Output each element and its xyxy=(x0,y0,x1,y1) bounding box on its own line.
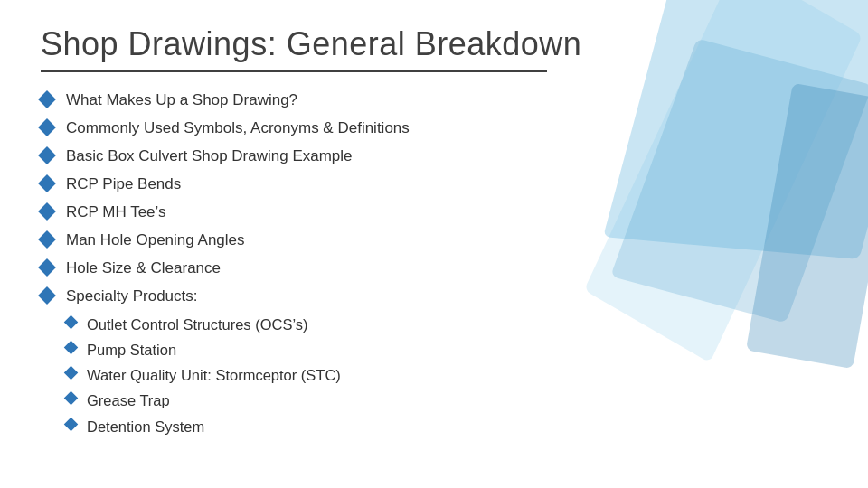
sub-list-item: Grease Trap xyxy=(66,390,669,410)
list-item: Commonly Used Symbols, Acronyms & Defini… xyxy=(41,118,669,139)
sub-bullet-text: Outlet Control Structures (OCS’s) xyxy=(87,314,669,334)
list-item: Basic Box Culvert Shop Drawing Example xyxy=(41,146,669,167)
sub-list-item: Outlet Control Structures (OCS’s) xyxy=(66,314,669,334)
bullet-diamond-icon xyxy=(38,286,56,305)
bullet-diamond-icon xyxy=(38,118,56,136)
bullet-text: Commonly Used Symbols, Acronyms & Defini… xyxy=(66,118,669,139)
sub-bullet-text: Water Quality Unit: Stormceptor (STC) xyxy=(87,365,669,385)
list-item: Hole Size & Clearance xyxy=(41,258,669,279)
list-item: Specialty Products: xyxy=(41,286,669,307)
bullet-diamond-icon xyxy=(38,230,56,249)
list-item: RCP MH Tee’s xyxy=(41,202,669,223)
title-underline xyxy=(41,70,547,72)
bullet-text: RCP Pipe Bends xyxy=(66,174,669,195)
sub-bullet-diamond-icon xyxy=(64,366,79,380)
bullet-text: Specialty Products: xyxy=(66,286,669,307)
content-area: What Makes Up a Shop Drawing? Commonly U… xyxy=(41,90,669,442)
list-item: Man Hole Opening Angles xyxy=(41,230,669,251)
sub-bullet-list: Outlet Control Structures (OCS’s) Pump S… xyxy=(66,314,669,436)
bullet-text: Hole Size & Clearance xyxy=(66,258,669,279)
sub-bullet-diamond-icon xyxy=(64,391,79,406)
sub-list-item: Water Quality Unit: Stormceptor (STC) xyxy=(66,365,669,385)
bullet-diamond-icon xyxy=(38,146,56,164)
bg-shape-4 xyxy=(746,83,868,369)
bullet-diamond-icon xyxy=(38,258,56,277)
bullet-text: What Makes Up a Shop Drawing? xyxy=(66,90,669,111)
slide: Shop Drawings: General Breakdown What Ma… xyxy=(0,0,868,488)
list-item: What Makes Up a Shop Drawing? xyxy=(41,90,669,111)
sub-bullet-text: Grease Trap xyxy=(87,390,669,410)
sub-bullet-text: Pump Station xyxy=(87,340,669,360)
list-item: RCP Pipe Bends xyxy=(41,174,669,195)
sub-bullet-diamond-icon xyxy=(64,314,79,329)
sub-list-item: Pump Station xyxy=(66,340,669,360)
bullet-diamond-icon xyxy=(38,202,56,221)
bullet-text: Basic Box Culvert Shop Drawing Example xyxy=(66,146,669,167)
sub-list-item: Detention System xyxy=(66,417,669,436)
sub-bullet-diamond-icon xyxy=(64,340,79,354)
bullet-text: Man Hole Opening Angles xyxy=(66,230,669,251)
sub-bullet-diamond-icon xyxy=(64,417,79,431)
main-bullet-list: What Makes Up a Shop Drawing? Commonly U… xyxy=(41,90,669,307)
slide-title: Shop Drawings: General Breakdown xyxy=(41,25,581,63)
bullet-text: RCP MH Tee’s xyxy=(66,202,669,223)
bullet-diamond-icon xyxy=(38,90,56,108)
sub-bullet-text: Detention System xyxy=(87,417,669,436)
bullet-diamond-icon xyxy=(38,174,56,192)
